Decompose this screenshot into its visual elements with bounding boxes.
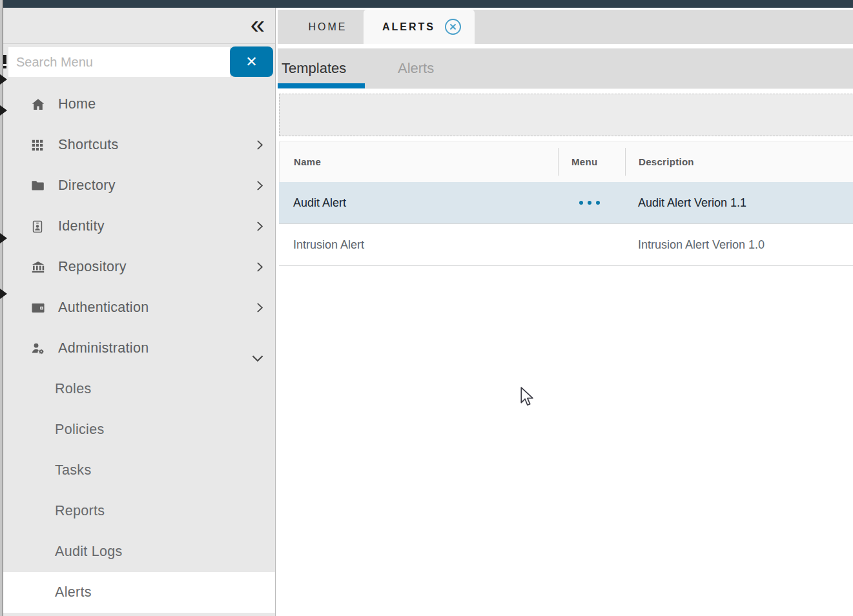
user-gear-icon — [30, 341, 47, 356]
sidebar-item-label: Roles — [55, 381, 91, 397]
sidebar-item-identity[interactable]: Identity — [3, 206, 275, 247]
templates-table: Name Menu Description Audit Alert Audit … — [279, 141, 853, 266]
column-header-description: Description — [624, 156, 853, 167]
search-clear-button[interactable]: ✕ — [230, 46, 273, 77]
sidebar-item-alerts[interactable]: Alerts — [3, 572, 275, 613]
sidebar-item-label: Tasks — [55, 462, 91, 478]
sidebar-item-label: Repository — [58, 259, 127, 275]
navigation-sidebar: « ✕ Home Shortcuts — [3, 8, 276, 616]
empty-toolbar-panel — [279, 94, 853, 136]
sidebar-item-audit-logs[interactable]: Audit Logs — [3, 531, 275, 572]
column-divider — [558, 148, 559, 176]
id-card-icon — [30, 220, 47, 234]
window-edge-artifact — [3, 55, 6, 64]
tab-alerts-sub-label: Alerts — [398, 60, 434, 77]
chevron-right-icon — [252, 220, 266, 233]
sidebar-item-tasks[interactable]: Tasks — [3, 450, 275, 491]
sidebar-item-label: Identity — [58, 218, 105, 234]
chevron-right-icon — [252, 179, 266, 192]
tab-close-button[interactable] — [444, 18, 462, 36]
chevron-down-icon — [249, 350, 266, 367]
close-circle-icon — [444, 18, 462, 36]
sidebar-item-label: Shortcuts — [58, 137, 119, 153]
ellipsis-icon[interactable] — [575, 197, 604, 209]
table-header-row: Name Menu Description — [279, 141, 853, 182]
sidebar-item-label: Reports — [55, 503, 105, 519]
search-input[interactable] — [8, 47, 230, 77]
sub-tab-bar: Templates Alerts — [278, 48, 853, 88]
tab-alerts-label: ALERTS — [382, 21, 435, 33]
sidebar-item-home[interactable]: Home — [3, 84, 275, 125]
cell-description: Intrusion Alert Verion 1.0 — [623, 238, 853, 252]
sidebar-menu: Home Shortcuts Di — [3, 84, 275, 613]
underlying-window-edge — [0, 0, 3, 616]
column-header-name: Name — [280, 156, 557, 167]
tab-alerts-sub[interactable]: Alerts — [398, 48, 434, 88]
cell-name: Audit Alert — [279, 196, 556, 210]
sidebar-item-label: Administration — [58, 340, 149, 356]
tab-templates-label: Templates — [282, 60, 346, 77]
chevron-right-icon — [252, 260, 266, 274]
tab-alerts[interactable]: ALERTS — [364, 10, 475, 44]
table-row-audit-alert[interactable]: Audit Alert Audit Alert Verion 1.1 — [279, 182, 853, 224]
sidebar-item-administration[interactable]: Administration — [3, 328, 275, 369]
sidebar-item-label: Audit Logs — [55, 544, 123, 560]
sidebar-item-directory[interactable]: Directory — [3, 165, 275, 206]
cell-menu — [556, 197, 623, 209]
sidebar-header: « — [3, 8, 275, 44]
sidebar-item-label: Home — [58, 96, 96, 112]
sidebar-item-policies[interactable]: Policies — [3, 409, 275, 450]
sidebar-item-authentication[interactable]: Authentication — [3, 287, 275, 328]
sidebar-item-reports[interactable]: Reports — [3, 491, 275, 531]
sidebar-item-repository[interactable]: Repository — [3, 247, 275, 287]
window-edge-artifact — [3, 66, 6, 68]
sidebar-search-row: ✕ — [3, 44, 275, 85]
grid-icon — [30, 138, 47, 152]
sidebar-item-label: Directory — [58, 178, 116, 194]
sidebar-item-shortcuts[interactable]: Shortcuts — [3, 125, 275, 165]
sidebar-collapse-button[interactable]: « — [251, 9, 265, 40]
sidebar-item-label: Alerts — [55, 584, 92, 601]
cell-name: Intrusion Alert — [279, 238, 556, 252]
main-content: HOME ALERTS Templates — [276, 8, 853, 616]
home-icon — [30, 97, 47, 112]
app-window: « ✕ Home Shortcuts — [0, 0, 853, 616]
app-header-bar — [3, 0, 853, 8]
window-tab-bar: HOME ALERTS — [278, 10, 853, 44]
tab-home-label: HOME — [309, 21, 347, 33]
chevron-right-icon — [252, 301, 266, 314]
sidebar-item-label: Authentication — [58, 300, 149, 316]
active-tab-underline — [278, 83, 365, 88]
sidebar-item-label: Policies — [55, 422, 105, 438]
chevron-right-icon — [252, 138, 266, 152]
folder-icon — [30, 178, 47, 193]
sidebar-item-roles[interactable]: Roles — [3, 369, 275, 409]
tab-home[interactable]: HOME — [291, 10, 365, 44]
wallet-icon — [30, 300, 47, 316]
table-row-intrusion-alert[interactable]: Intrusion Alert Intrusion Alert Verion 1… — [279, 224, 853, 266]
cell-description: Audit Alert Verion 1.1 — [623, 196, 853, 210]
bank-icon — [30, 260, 47, 275]
column-header-menu: Menu — [557, 156, 624, 167]
column-divider — [625, 148, 626, 176]
tab-templates[interactable]: Templates — [282, 48, 346, 88]
